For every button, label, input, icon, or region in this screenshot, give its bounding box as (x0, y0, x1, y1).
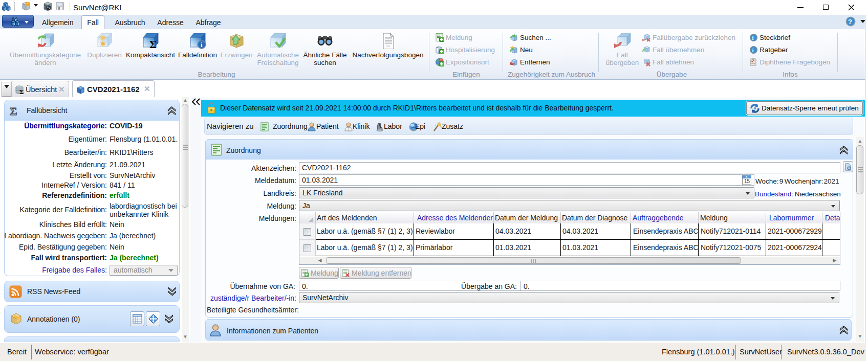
svg-text:i: i (201, 41, 203, 49)
svg-text:?: ? (848, 18, 852, 26)
svg-text:Σ: Σ (149, 38, 157, 49)
svg-text:i: i (752, 47, 754, 53)
svg-text:Σ: Σ (10, 105, 17, 117)
svg-text:15: 15 (744, 178, 750, 184)
svg-text:Σ: Σ (19, 88, 24, 95)
svg-text:i: i (752, 35, 754, 41)
